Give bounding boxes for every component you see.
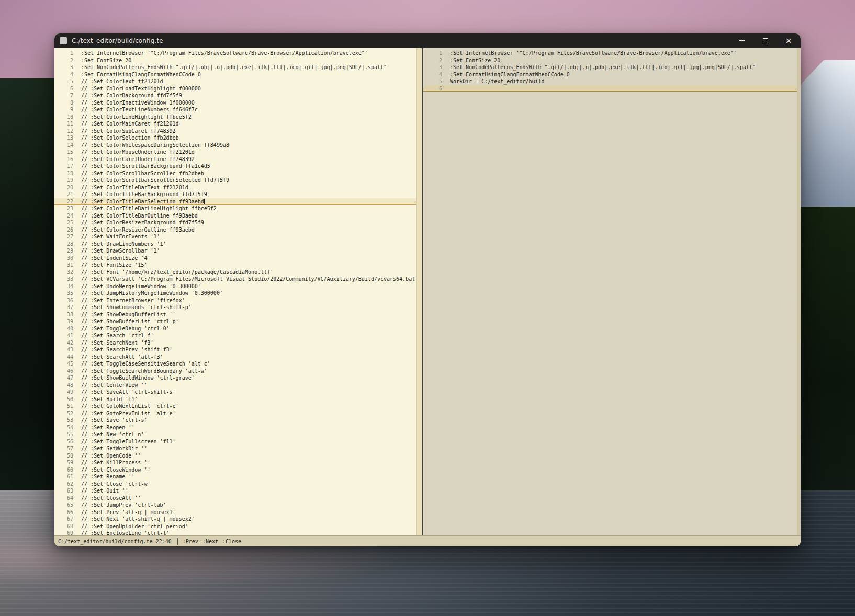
code-line[interactable]: 48// :Set CenterView '' bbox=[54, 382, 422, 389]
code-text: // :Set ColorText ff21201d bbox=[73, 78, 163, 85]
code-line[interactable]: 35// :Set JumpHistoryMergeTimeWindow '0.… bbox=[54, 290, 422, 297]
code-line[interactable]: 3:Set NonCodePatterns_EndsWith ".git/|.o… bbox=[423, 64, 801, 71]
code-text: // :Set JumpHistoryMergeTimeWindow '0.30… bbox=[73, 290, 223, 297]
window-titlebar[interactable]: C:/text_editor/build/config.te × bbox=[54, 33, 801, 48]
code-line[interactable]: 5// :Set ColorText ff21201d bbox=[54, 78, 422, 85]
code-line[interactable]: 53// :Set Save 'ctrl-s' bbox=[54, 417, 422, 424]
code-line[interactable]: 14// :Set ColorWhitespaceDuringSelection… bbox=[54, 142, 422, 149]
code-line[interactable]: 43// :Set SearchPrev 'shift-f3' bbox=[54, 346, 422, 353]
line-number: 4 bbox=[423, 71, 442, 78]
code-line[interactable]: 61// :Set Rename '' bbox=[54, 473, 422, 481]
code-line[interactable]: 37// :Set ShowCommands 'ctrl-shift-p' bbox=[54, 304, 422, 311]
code-line[interactable]: 30// :Set IndentSize '4' bbox=[54, 255, 422, 262]
code-line[interactable]: 57// :Set SetWorkDir '' bbox=[54, 445, 422, 452]
code-line[interactable]: 54// :Set Reopen '' bbox=[54, 424, 422, 431]
code-line[interactable]: 60// :Set CloseWindow '' bbox=[54, 466, 422, 474]
code-line[interactable]: 33// :Set VCVarsall 'C:/Program Files/Mi… bbox=[54, 276, 422, 283]
code-text: // :Set ColorResizerOutline ff93aebd bbox=[73, 226, 195, 234]
left-pane-scrollbar[interactable] bbox=[416, 48, 422, 535]
code-line[interactable]: 52// :Set GotoPrevInList 'alt-e' bbox=[54, 410, 422, 417]
line-number: 61 bbox=[54, 473, 73, 481]
code-line[interactable]: 15// :Set ColorMouseUnderline ff21201d bbox=[54, 149, 422, 156]
code-line[interactable]: 29// :Set DrawScrollbar '1' bbox=[54, 247, 422, 255]
line-number: 3 bbox=[423, 64, 442, 71]
code-line[interactable]: 21// :Set ColorTitleBarBackground ffd7f5… bbox=[54, 191, 422, 198]
code-line[interactable]: 10// :Set ColorLineHighlight ffbce5f2 bbox=[54, 113, 422, 121]
code-line[interactable]: 2:Set FontSize 20 bbox=[54, 57, 422, 64]
code-text: // :Set IndentSize '4' bbox=[73, 255, 150, 262]
code-line[interactable]: 69// :Set EncloseLine 'ctrl-l' bbox=[54, 530, 422, 535]
code-line[interactable]: 51// :Set GotoNextInList 'ctrl-e' bbox=[54, 403, 422, 410]
code-line[interactable]: 64// :Set CloseAll '' bbox=[54, 495, 422, 502]
code-line[interactable]: 40// :Set ToggleDebug 'ctrl-0' bbox=[54, 325, 422, 333]
code-line[interactable]: 4:Set FormatUsingClangFormatWhenCCode 0 bbox=[54, 71, 422, 78]
code-line[interactable]: 31// :Set FontSize '15' bbox=[54, 261, 422, 269]
code-line[interactable]: 34// :Set UndoMergeTimeWindow '0.300000' bbox=[54, 283, 422, 290]
code-line[interactable]: 32// :Set Font '/home/krz/text_editor/pa… bbox=[54, 269, 422, 276]
close-button[interactable]: × bbox=[777, 33, 801, 48]
code-line[interactable]: 11// :Set ColorMainCaret ff21201d bbox=[54, 120, 422, 128]
code-line[interactable]: 47// :Set ShowBuildWindow 'ctrl-grave' bbox=[54, 374, 422, 382]
code-line[interactable]: 63// :Set Quit '' bbox=[54, 487, 422, 495]
code-line[interactable]: 23// :Set ColorTitleBarLineHighlight ffb… bbox=[54, 205, 422, 212]
code-line[interactable]: 68// :Set OpenUpFolder 'ctrl-period' bbox=[54, 523, 422, 530]
code-line[interactable]: 18// :Set ColorScrollbarScroller ffb2dbe… bbox=[54, 170, 422, 177]
code-text: // :Set ColorWhitespaceDuringSelection f… bbox=[73, 142, 229, 149]
editor-pane-left[interactable]: 1:Set InternetBrowser '"C:/Program Files… bbox=[54, 48, 422, 535]
code-line[interactable]: 65// :Set JumpPrev 'ctrl-tab' bbox=[54, 501, 422, 509]
code-line[interactable]: 38// :Set ShowDebugBufferList '' bbox=[54, 311, 422, 318]
code-line[interactable]: 24// :Set ColorTitleBarOutline ff93aebd bbox=[54, 212, 422, 220]
code-line[interactable]: 6 bbox=[423, 85, 801, 93]
code-line[interactable]: 19// :Set ColorScrollbarScrollerSelected… bbox=[54, 177, 422, 184]
code-line[interactable]: 39// :Set ShowBufferList 'ctrl-p' bbox=[54, 318, 422, 325]
code-text: // :Set GotoNextInList 'ctrl-e' bbox=[73, 403, 179, 410]
code-line[interactable]: 67// :Set Next 'alt-shift-q | mousex2' bbox=[54, 516, 422, 523]
maximize-button[interactable] bbox=[753, 33, 777, 48]
code-line[interactable]: 1:Set InternetBrowser '"C:/Program Files… bbox=[423, 50, 801, 57]
code-line[interactable]: 49// :Set SaveAll 'ctrl-shift-s' bbox=[54, 389, 422, 396]
code-line[interactable]: 5WorkDir = C:/text_editor/build bbox=[423, 78, 801, 85]
code-line[interactable]: 20// :Set ColorTitleBarText ff21201d bbox=[54, 184, 422, 191]
code-line[interactable]: 8// :Set ColorInactiveWindow 1f000000 bbox=[54, 99, 422, 107]
code-line[interactable]: 42// :Set SearchNext 'f3' bbox=[54, 339, 422, 347]
code-line[interactable]: 25// :Set ColorResizerBackground ffd7f5f… bbox=[54, 219, 422, 226]
code-line[interactable]: 22// :Set ColorTitleBarSelection ff93aeb… bbox=[54, 198, 422, 206]
line-number: 25 bbox=[54, 219, 73, 226]
code-line[interactable]: 16// :Set ColorCaretUnderline ff748392 bbox=[54, 156, 422, 163]
code-line[interactable]: 26// :Set ColorResizerOutline ff93aebd bbox=[54, 226, 422, 234]
code-line[interactable]: 2:Set FontSize 20 bbox=[423, 57, 801, 64]
code-line[interactable]: 6// :Set ColorLoadTextHighlight f000000 bbox=[54, 85, 422, 93]
status-command-close[interactable]: :Close bbox=[222, 539, 241, 544]
code-line[interactable]: 45// :Set ToggleCaseSensitiveSearch 'alt… bbox=[54, 360, 422, 368]
code-line[interactable]: 1:Set InternetBrowser '"C:/Program Files… bbox=[54, 50, 422, 57]
code-line[interactable]: 9// :Set ColorTextLineNumbers ff646f7c bbox=[54, 106, 422, 113]
code-line[interactable]: 44// :Set SearchAll 'alt-f3' bbox=[54, 353, 422, 361]
code-line[interactable]: 55// :Set New 'ctrl-n' bbox=[54, 431, 422, 438]
code-line[interactable]: 7// :Set ColorBackground ffd7f5f9 bbox=[54, 92, 422, 99]
code-line[interactable]: 66// :Set Prev 'alt-q | mousex1' bbox=[54, 509, 422, 516]
code-line[interactable]: 46// :Set ToggleSearchWordBoundary 'alt-… bbox=[54, 368, 422, 375]
code-line[interactable]: 12// :Set ColorSubCaret ff748392 bbox=[54, 128, 422, 135]
code-line[interactable]: 3:Set NonCodePatterns_EndsWith ".git/|.o… bbox=[54, 64, 422, 71]
code-line[interactable]: 28// :Set DrawLineNumbers '1' bbox=[54, 241, 422, 248]
code-line[interactable]: 27// :Set WaitForEvents '1' bbox=[54, 233, 422, 241]
code-line[interactable]: 58// :Set OpenCode '' bbox=[54, 452, 422, 460]
code-line[interactable]: 56// :Set ToggleFullscreen 'f11' bbox=[54, 438, 422, 446]
status-command-next[interactable]: :Next bbox=[203, 539, 218, 544]
editor-pane-right[interactable]: 1:Set InternetBrowser '"C:/Program Files… bbox=[423, 48, 801, 535]
line-number: 20 bbox=[54, 184, 73, 191]
code-line[interactable]: 36// :Set InternetBrowser 'firefox' bbox=[54, 297, 422, 304]
code-line[interactable]: 50// :Set Build 'f1' bbox=[54, 396, 422, 403]
status-command-prev[interactable]: :Prev bbox=[183, 539, 198, 544]
code-line[interactable]: 41// :Set Search 'ctrl-f' bbox=[54, 332, 422, 339]
minimize-button[interactable] bbox=[730, 33, 753, 48]
code-line[interactable]: 62// :Set Close 'ctrl-w' bbox=[54, 481, 422, 488]
code-line[interactable]: 13// :Set ColorSelection ffb2dbeb bbox=[54, 134, 422, 142]
line-number: 59 bbox=[54, 459, 73, 466]
right-pane-scrollbar[interactable] bbox=[797, 48, 801, 535]
code-line[interactable]: 4:Set FormatUsingClangFormatWhenCCode 0 bbox=[423, 71, 801, 78]
code-text: // :Set ToggleFullscreen 'f11' bbox=[73, 438, 176, 446]
code-line[interactable]: 17// :Set ColorScrollbarBackground ffa1c… bbox=[54, 163, 422, 170]
code-text: :Set InternetBrowser '"C:/Program Files/… bbox=[442, 50, 737, 57]
code-line[interactable]: 59// :Set KillProcess '' bbox=[54, 459, 422, 466]
